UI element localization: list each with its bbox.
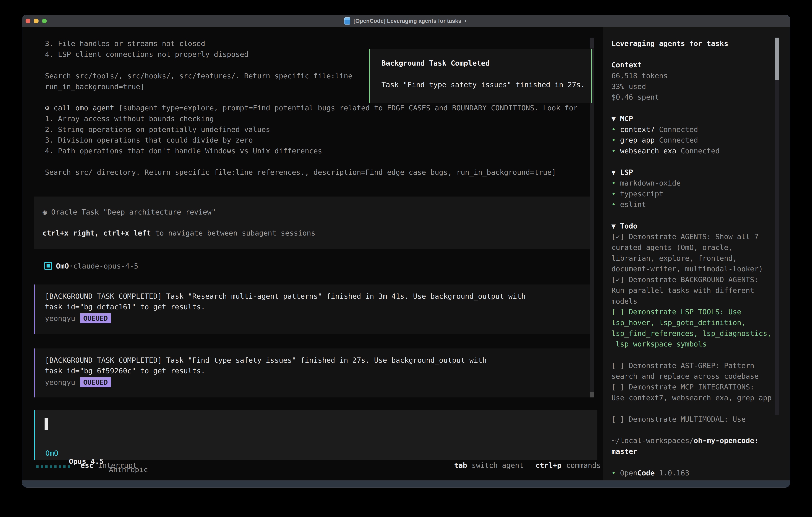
session-sidebar: Leveraging agents for tasks Context 66,5… <box>603 27 790 481</box>
oracle-task-panel: ◉ Oracle Task "Deep architecture review"… <box>34 196 592 249</box>
todo-pending-line: [ ] Demonstrate MULTIMODAL: Use <box>611 414 790 425</box>
tool-call-args: [subagent_type=explore, prompt=Find pote… <box>118 104 577 112</box>
context-used: 33% used <box>611 81 790 92</box>
terminal-line: 1. Array access without bounds checking <box>45 113 214 124</box>
minimize-window-button[interactable] <box>34 19 38 23</box>
todo-done-line: models <box>611 296 790 307</box>
message-author: yeongyu <box>45 314 75 323</box>
todo-active-line: lsp_hover, lsp_goto_definition, <box>611 317 790 328</box>
background-task-message: [BACKGROUND TASK COMPLETED] Task "Find t… <box>34 349 592 398</box>
session-title: Leveraging agents for tasks <box>611 38 790 49</box>
todo-pending-line: search and replace across codebase <box>611 371 790 382</box>
message-line: [BACKGROUND TASK COMPLETED] Task "Resear… <box>45 292 526 300</box>
main-scrollbar-segment[interactable] <box>590 38 594 48</box>
tab-key-hint: tab <box>454 461 467 469</box>
terminal-line: 3. File handles or streams not closed <box>45 38 205 49</box>
green-dot-icon: • <box>611 200 620 209</box>
terminal-line: Search src/tools/, src/hooks/, src/featu… <box>45 71 352 81</box>
todo-done-line: curated agents (OmO, oracle, <box>611 242 790 253</box>
todo-active-line: lsp_workspace_symbols <box>611 339 790 350</box>
title-bar[interactable]: [OpenCode] Leveraging agents for tasks ◐ <box>22 15 790 27</box>
todo-done-line: librarian, explore, frontend, <box>611 253 790 264</box>
collapse-triangle-icon: ▼ <box>611 114 620 123</box>
half-circle-icon: ◐ <box>465 18 468 24</box>
esc-key-hint: esc <box>81 461 93 469</box>
text-cursor <box>45 418 48 430</box>
mcp-item: • context7 Connected <box>611 124 790 135</box>
esc-key-label: interrupt <box>94 461 137 469</box>
document-icon <box>344 18 350 25</box>
todo-section-header[interactable]: ▼ Todo <box>611 221 790 232</box>
todo-active-line: [ ] Demonstrate LSP TOOLS: Use <box>611 306 790 317</box>
input-agent-name: OmO <box>46 449 58 457</box>
mcp-item: • websearch_exa Connected <box>611 145 790 156</box>
agent-model: claude-opus-4-5 <box>73 262 138 270</box>
message-footer: yeongyu QUEUED <box>45 313 111 324</box>
toast-title: Background Task Completed <box>381 59 490 67</box>
window-controls <box>26 19 47 23</box>
collapse-triangle-icon: ▼ <box>611 222 620 230</box>
hint-text: to navigate between subagent sessions <box>151 229 316 237</box>
message-footer: yeongyu QUEUED <box>45 377 111 388</box>
terminal-line: Search src/ directory. Return specific f… <box>45 167 556 178</box>
message-line: task_id="bg_dcfac161" to get results. <box>45 303 205 311</box>
toast-body: Task "Find type safety issues" finished … <box>381 81 585 89</box>
working-spinner <box>36 465 70 468</box>
version-line: • OpenCode 1.0.163 <box>611 468 790 479</box>
hint-keys: ctrl+x right, ctrl+x left <box>42 229 151 237</box>
green-dot-icon: • <box>611 190 620 198</box>
agent-session-header[interactable]: OmO · claude-opus-4-5 <box>45 261 138 271</box>
zoom-window-button[interactable] <box>42 19 47 23</box>
ctrlp-key-label: commands <box>562 461 601 469</box>
tool-call-line: ⚙ call_omo_agent [subagent_type=explore,… <box>45 103 578 113</box>
terminal-line: run_in_background=true] <box>45 81 145 92</box>
workspace-path: ~/local-workspaces/oh-my-opencode: <box>611 435 790 446</box>
window-bottom-edge <box>22 481 790 487</box>
context-tokens: 66,518 tokens <box>611 71 790 81</box>
terminal-window: [OpenCode] Leveraging agents for tasks ◐… <box>22 15 790 487</box>
context-spent: $0.46 spent <box>611 92 790 103</box>
message-line: task_id="bg_6f59260c" to get results. <box>45 366 205 375</box>
window-title: [OpenCode] Leveraging agents for tasks <box>353 18 461 24</box>
message-author: yeongyu <box>45 378 75 386</box>
green-dot-icon: • <box>611 125 620 134</box>
todo-done-line: document-writer, multimodal-looker) <box>611 264 790 274</box>
lsp-item: • markdown-oxide <box>611 178 790 189</box>
background-task-toast: Background Task Completed Task "Find typ… <box>369 49 592 103</box>
background-task-message: [BACKGROUND TASK COMPLETED] Task "Resear… <box>34 284 592 334</box>
oracle-task-title: ◉ Oracle Task "Deep architecture review" <box>42 208 216 216</box>
tab-key-label: switch agent <box>467 461 524 469</box>
prompt-input[interactable]: OmO Opus 4.5 Anthropic <box>34 410 598 460</box>
todo-pending-line: Use context7, websearch_exa, grep_app <box>611 392 790 403</box>
collapse-triangle-icon: ▼ <box>611 168 620 176</box>
terminal-line: 2. String operations on potentially unde… <box>45 124 270 135</box>
todo-done-line: [✓] Demonstrate AGENTS: Show all 7 <box>611 231 790 242</box>
close-window-button[interactable] <box>26 19 30 23</box>
separator-dot: · <box>69 262 73 270</box>
input-meta: OmO Opus 4.5 Anthropic <box>35 441 69 482</box>
mcp-section-header[interactable]: ▼ MCP <box>611 113 790 124</box>
ctrlp-key-hint: ctrl+p <box>535 461 561 469</box>
gear-icon: ⚙ <box>45 104 49 112</box>
lsp-item: • eslint <box>611 199 790 210</box>
workspace-branch: master <box>611 446 790 457</box>
todo-done-line: Run parallel tasks with different <box>611 285 790 296</box>
terminal-line: 4. Path operations that don't handle Win… <box>45 145 322 156</box>
terminal-line: 4. LSP client connections not properly d… <box>45 49 249 60</box>
oracle-task-hint: ctrl+x right, ctrl+x left to navigate be… <box>42 229 315 237</box>
message-line: [BACKGROUND TASK COMPLETED] Task "Find t… <box>45 356 487 364</box>
todo-pending-line: [ ] Demonstrate MCP INTEGRATIONS: <box>611 382 790 392</box>
context-heading: Context <box>611 61 642 69</box>
main-scrollbar-thumb[interactable] <box>590 392 594 398</box>
lsp-section-header[interactable]: ▼ LSP <box>611 167 790 178</box>
sidebar-scrollbar-thumb[interactable] <box>775 37 779 80</box>
status-badge: QUEUED <box>80 313 111 323</box>
mcp-item: • grep_app Connected <box>611 135 790 145</box>
todo-done-line: [✓] Demonstrate BACKGROUND AGENTS: <box>611 274 790 285</box>
record-icon: ◉ <box>42 208 51 216</box>
agent-name: OmO <box>56 262 69 270</box>
chat-main-area: 3. File handles or streams not closed 4.… <box>22 27 603 481</box>
sidebar-scrollbar-track[interactable] <box>775 37 779 415</box>
status-badge: QUEUED <box>80 377 111 387</box>
tool-call-name: call_omo_agent <box>49 104 119 112</box>
